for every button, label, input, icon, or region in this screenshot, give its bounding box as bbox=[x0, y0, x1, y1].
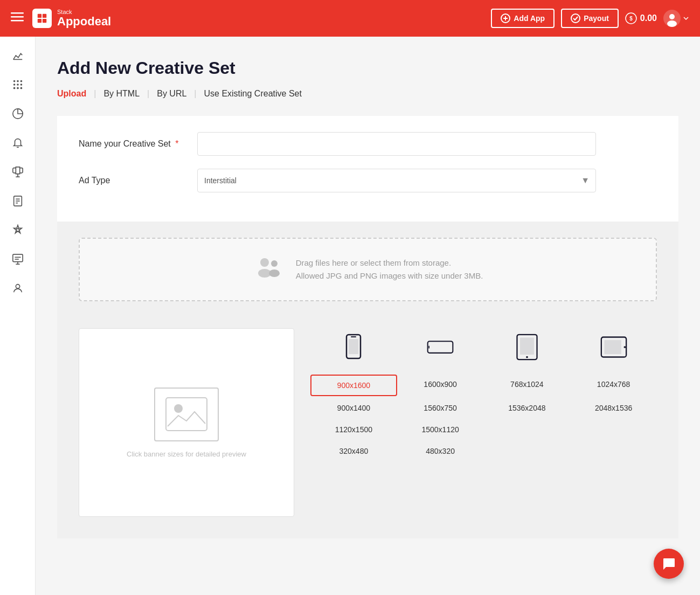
device-icons-row bbox=[310, 328, 657, 366]
payout-button[interactable]: Payout bbox=[561, 9, 619, 28]
tab-by-html[interactable]: By HTML bbox=[103, 89, 147, 99]
size-option[interactable]: 1120x1500 bbox=[310, 420, 397, 439]
upload-instructions: Drag files here or select them from stor… bbox=[296, 257, 483, 282]
tab-navigation: Upload | By HTML | By URL | Use Existing… bbox=[57, 89, 678, 99]
tab-upload[interactable]: Upload bbox=[57, 89, 94, 99]
svg-point-46 bbox=[174, 404, 183, 413]
sidebar-item-creatives[interactable] bbox=[4, 217, 31, 244]
svg-rect-2 bbox=[11, 20, 24, 22]
svg-rect-5 bbox=[38, 19, 41, 23]
form-section: Name your Creative Set * Ad Type Interst… bbox=[57, 116, 678, 222]
size-option[interactable]: 480x320 bbox=[397, 441, 484, 461]
svg-text:$: $ bbox=[629, 16, 633, 22]
ad-type-label: Ad Type bbox=[79, 176, 197, 185]
size-option bbox=[570, 420, 657, 439]
size-grid-container: 900x16001600x900768x10241024x768900x1400… bbox=[310, 328, 657, 517]
size-option[interactable]: 1500x1120 bbox=[397, 420, 484, 439]
svg-point-24 bbox=[17, 87, 19, 89]
size-option[interactable]: 320x480 bbox=[310, 441, 397, 461]
header-actions: Add App Payout $ 0.00 bbox=[491, 9, 689, 28]
svg-point-21 bbox=[17, 84, 19, 86]
header: Stack Appodeal Add App Payout $ 0.00 bbox=[0, 0, 700, 37]
tab-separator-1: | bbox=[94, 89, 96, 99]
add-app-button[interactable]: Add App bbox=[491, 9, 555, 28]
size-option bbox=[484, 441, 571, 461]
svg-point-17 bbox=[13, 80, 15, 82]
preview-box: Click banner sizes for detailed preview bbox=[79, 328, 294, 517]
tab-separator-3: | bbox=[194, 89, 196, 99]
sidebar-item-faq[interactable] bbox=[4, 246, 31, 273]
sidebar-item-profile[interactable] bbox=[4, 275, 31, 302]
svg-rect-3 bbox=[38, 14, 41, 18]
logo-icon bbox=[32, 9, 52, 28]
size-option[interactable]: 768x1024 bbox=[484, 375, 571, 396]
size-option[interactable]: 1536x2048 bbox=[484, 398, 571, 418]
svg-point-20 bbox=[13, 84, 15, 86]
size-option bbox=[484, 420, 571, 439]
upload-section: Drag files here or select them from stor… bbox=[57, 222, 678, 317]
phone-portrait-icon bbox=[310, 328, 397, 366]
tab-by-url[interactable]: By URL bbox=[157, 89, 194, 99]
main-content: Add New Creative Set Upload | By HTML | … bbox=[36, 37, 700, 595]
required-indicator: * bbox=[175, 139, 178, 148]
menu-icon[interactable] bbox=[11, 10, 24, 26]
svg-point-43 bbox=[271, 260, 278, 267]
appodeal-label: Appodeal bbox=[57, 15, 111, 28]
sidebar-item-documents[interactable] bbox=[4, 188, 31, 215]
svg-point-53 bbox=[526, 356, 528, 358]
creative-set-name-input[interactable] bbox=[197, 132, 596, 156]
sidebar bbox=[0, 37, 36, 595]
tablet-portrait-icon bbox=[484, 328, 571, 366]
svg-rect-1 bbox=[11, 16, 24, 18]
svg-rect-54 bbox=[520, 337, 534, 354]
svg-point-40 bbox=[16, 285, 19, 288]
svg-rect-0 bbox=[11, 12, 24, 14]
page-title: Add New Creative Set bbox=[57, 58, 678, 78]
size-option[interactable]: 1600x900 bbox=[397, 375, 484, 396]
size-section: Click banner sizes for detailed preview bbox=[57, 317, 678, 538]
upload-people-icon bbox=[253, 255, 285, 284]
tab-separator-2: | bbox=[147, 89, 149, 99]
svg-point-18 bbox=[17, 80, 19, 82]
sidebar-item-analytics[interactable] bbox=[4, 42, 31, 69]
svg-point-19 bbox=[20, 80, 22, 82]
size-option[interactable]: 2048x1536 bbox=[570, 398, 657, 418]
ad-type-select[interactable]: Interstitial Banner Rewarded Video Nativ… bbox=[197, 169, 596, 192]
size-option[interactable]: 900x1400 bbox=[310, 398, 397, 418]
size-option[interactable]: 900x1600 bbox=[310, 375, 397, 396]
logo-text: Stack Appodeal bbox=[57, 9, 111, 28]
size-option[interactable]: 1024x768 bbox=[570, 375, 657, 396]
size-option[interactable]: 1560x750 bbox=[397, 398, 484, 418]
tablet-landscape-icon bbox=[570, 328, 657, 366]
svg-point-10 bbox=[571, 14, 580, 23]
svg-point-41 bbox=[260, 258, 269, 267]
user-menu[interactable] bbox=[663, 10, 689, 27]
ad-type-select-wrapper: Interstitial Banner Rewarded Video Nativ… bbox=[197, 169, 596, 192]
name-label: Name your Creative Set * bbox=[79, 139, 197, 149]
svg-point-22 bbox=[20, 84, 22, 86]
svg-rect-6 bbox=[43, 19, 46, 23]
svg-point-44 bbox=[269, 269, 280, 277]
svg-point-14 bbox=[669, 14, 675, 19]
svg-rect-35 bbox=[12, 254, 22, 262]
sidebar-item-notifications[interactable] bbox=[4, 129, 31, 156]
svg-rect-50 bbox=[428, 341, 453, 353]
name-field-row: Name your Creative Set * bbox=[79, 132, 657, 156]
sidebar-item-apps[interactable] bbox=[4, 71, 31, 98]
svg-point-23 bbox=[13, 87, 15, 89]
svg-point-25 bbox=[20, 87, 22, 89]
sidebar-item-monetization[interactable] bbox=[4, 158, 31, 185]
balance-display: $ 0.00 bbox=[625, 12, 657, 24]
svg-point-56 bbox=[623, 346, 626, 348]
sidebar-item-reports[interactable] bbox=[4, 100, 31, 127]
svg-point-15 bbox=[667, 20, 677, 27]
svg-rect-45 bbox=[166, 398, 207, 431]
preview-image bbox=[154, 388, 219, 441]
preview-placeholder-text: Click banner sizes for detailed preview bbox=[127, 450, 246, 458]
tab-use-existing[interactable]: Use Existing Creative Set bbox=[204, 89, 309, 99]
size-options-grid: 900x16001600x900768x10241024x768900x1400… bbox=[310, 375, 657, 461]
chat-button[interactable] bbox=[654, 549, 684, 579]
ad-type-field-row: Ad Type Interstitial Banner Rewarded Vid… bbox=[79, 169, 657, 192]
svg-rect-4 bbox=[43, 14, 46, 18]
upload-dropzone[interactable]: Drag files here or select them from stor… bbox=[79, 238, 657, 301]
